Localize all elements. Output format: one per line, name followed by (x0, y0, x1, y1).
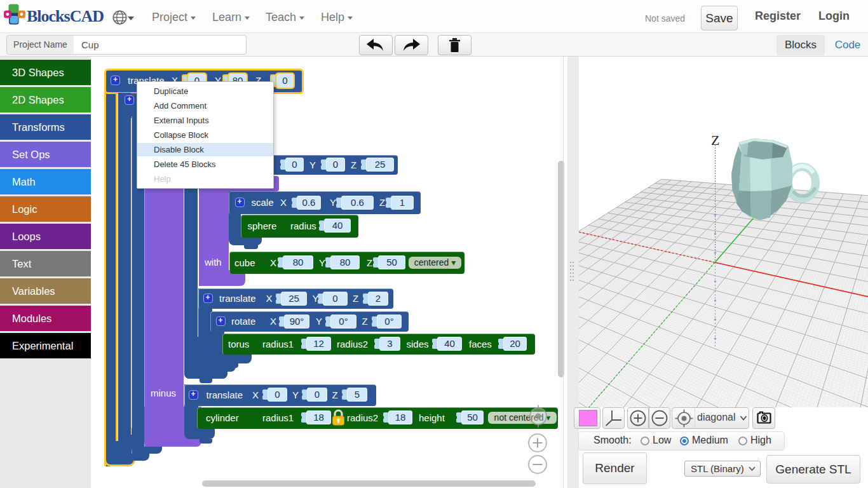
svg-text:Z: Z (711, 132, 719, 148)
